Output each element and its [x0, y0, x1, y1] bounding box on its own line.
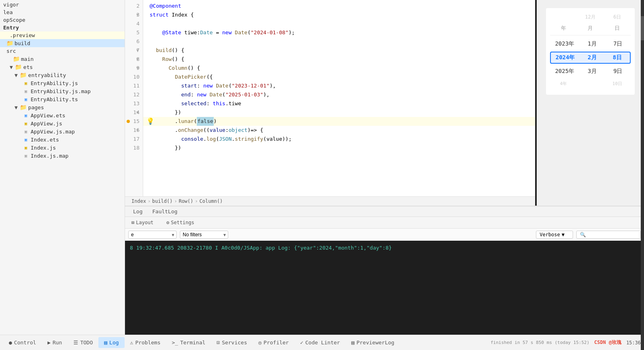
sidebar-item-appview-js[interactable]: ▣ AppView.js — [0, 119, 125, 127]
dp-fade2-year: 4年 — [552, 79, 575, 88]
line-15: 15 — [125, 117, 143, 126]
sidebar-item-ets[interactable]: ▼ 📁 ets — [0, 63, 125, 71]
index-js-label: Index.js — [31, 145, 56, 151]
sidebar-item-entryability-ts[interactable]: ▣ EntryAbility.ts — [0, 95, 125, 103]
log-tab-label: Log — [133, 208, 142, 215]
sidebar-item-entry[interactable]: Entry — [0, 24, 125, 31]
dp-fade2-month — [579, 79, 601, 88]
dp-fade-day: 6日 — [606, 12, 628, 22]
device-select-wrapper: e ▼ — [128, 230, 177, 239]
layout-button[interactable]: ⊞ Layout — [128, 219, 157, 227]
status-tab-codelinter[interactable]: ✓ Code Linter — [294, 337, 346, 348]
status-tab-control[interactable]: ● Control — [3, 337, 42, 348]
status-tab-run[interactable]: ▶ Run — [42, 337, 68, 348]
code-line-18: }) — [143, 144, 535, 152]
filter-select[interactable]: No filters — [180, 231, 228, 239]
codelinter-label: Code Linter — [305, 340, 340, 346]
sidebar-item-preview[interactable]: .preview — [0, 31, 125, 39]
sidebar-item-main[interactable]: 📁 main — [0, 55, 125, 63]
line-10: 10 — [125, 73, 143, 81]
status-tab-problems[interactable]: ⚠ Problems — [125, 337, 166, 348]
entryability-ts-label: EntryAbility.ts — [31, 96, 78, 102]
dp-row-2025: 2025年 3月 9日 — [550, 66, 631, 77]
terminal-label: Terminal — [180, 340, 206, 346]
sidebar-item-pages[interactable]: ▼ 📁 pages — [0, 103, 125, 111]
breadcrumb-row[interactable]: Row() — [179, 198, 193, 204]
sidebar-item-index-map[interactable]: ▣ Index.js.map — [0, 152, 125, 160]
sidebar-item-vigor[interactable]: vigor — [0, 1, 125, 8]
dp-row-2024: 2024年 2月 8日 — [550, 52, 631, 64]
breadcrumb-index[interactable]: Index — [131, 198, 146, 204]
dp-2024-month: 2月 — [581, 52, 603, 63]
status-tab-todo[interactable]: ☰ TODO — [68, 337, 98, 348]
code-line-9: Column() { — [143, 64, 535, 73]
sidebar-item-index-ets[interactable]: ▣ Index.ets — [0, 135, 125, 144]
dp-row-2023: 2023年 1月 7日 — [550, 39, 631, 49]
search-box[interactable]: 🔍 — [576, 231, 641, 239]
file-explorer: vigor lea opScope Entry .preview 📁 build… — [0, 0, 125, 335]
status-tab-profiler[interactable]: ◎ Profiler — [253, 337, 294, 348]
status-tab-terminal[interactable]: >_ Terminal — [166, 337, 211, 348]
appview-ets-label: AppView.ets — [31, 112, 65, 119]
line-5: 5 — [125, 28, 143, 37]
sidebar-item-lea[interactable]: lea — [0, 8, 125, 16]
pages-label: pages — [28, 104, 44, 110]
fold-arrow-14: ▼ — [136, 108, 139, 117]
profiler-label: Profiler — [264, 340, 289, 346]
file-icon-js: ▣ — [23, 80, 29, 86]
sidebar-item-build[interactable]: 📁 build — [0, 39, 125, 47]
code-line-10: DatePicker({ — [143, 73, 535, 81]
breadcrumb: Index › build() › Row() › Column() — [125, 196, 535, 206]
breadcrumb-sep-3: › — [195, 198, 198, 204]
line-2: 2 — [125, 2, 143, 10]
line-7: ▼7 — [125, 46, 143, 55]
search-icon: 🔍 — [580, 232, 586, 237]
line-6: 6 — [125, 37, 143, 46]
sidebar-item-entryability-map[interactable]: ▣ EntryAbility.js.map — [0, 87, 125, 95]
code-line-12: end: new Date("2025-01-03"), — [143, 90, 535, 99]
chevron-down-icon-3: ▼ — [15, 104, 18, 110]
file-map3-icon: ▣ — [23, 152, 29, 159]
settings-button[interactable]: ⚙ Settings — [163, 219, 198, 227]
log-tab[interactable]: Log — [128, 206, 147, 217]
status-bar: ● Control ▶ Run ☰ TODO ▤ Log ⚠ Problems … — [0, 335, 644, 350]
status-tab-previewerlog[interactable]: ▤ PreviewerLog — [346, 337, 400, 348]
sidebar-item-entryability[interactable]: ▼ 📁 entryability — [0, 71, 125, 79]
file-icon-ts: ▣ — [23, 96, 29, 102]
log-fault-tab-bar: Log FaultLog — [125, 206, 644, 217]
dp-2024-day: 8日 — [606, 52, 628, 63]
sidebar-item-appview-ets[interactable]: ▣ AppView.ets — [0, 111, 125, 119]
code-line-13: selected: this.tiwe — [143, 99, 535, 108]
scrollbar-thumb[interactable] — [641, 16, 644, 40]
status-tab-services[interactable]: ⊡ Services — [211, 337, 252, 348]
breadcrumb-column[interactable]: Column() — [200, 198, 223, 204]
code-line-14: }) — [143, 108, 535, 117]
code-line-17: console.log(JSON.stringify(value)); — [143, 135, 535, 144]
breadcrumb-sep-2: › — [174, 198, 177, 204]
device-select[interactable]: e — [128, 231, 177, 239]
file-icon-map: ▣ — [23, 88, 29, 94]
fold-arrow-3: ▼ — [136, 10, 139, 19]
verbose-button[interactable]: Verbose ▼ — [536, 231, 573, 239]
sidebar-item-entryability-js[interactable]: ▣ EntryAbility.js — [0, 79, 125, 87]
code-content[interactable]: @Component struct Index { @State tiwe:Da… — [143, 0, 535, 196]
line-3: ▼3 — [125, 10, 143, 19]
fault-log-tab[interactable]: FaultLog — [147, 206, 182, 217]
main-label: main — [21, 56, 33, 62]
sidebar-item-src[interactable]: src — [0, 47, 125, 55]
services-icon: ⊡ — [217, 340, 220, 346]
debug-dot — [127, 120, 130, 123]
breadcrumb-build[interactable]: build() — [152, 198, 173, 204]
control-icon: ● — [9, 340, 12, 346]
dp-2025-year: 2025年 — [552, 66, 577, 77]
opscope-label: opScope — [3, 17, 25, 23]
line-11: 11 — [125, 81, 143, 90]
line-12: 12 — [125, 90, 143, 99]
search-input[interactable] — [588, 232, 628, 237]
sidebar-item-index-js[interactable]: ▣ Index.js — [0, 144, 125, 152]
sidebar-item-opscope[interactable]: opScope — [0, 16, 125, 24]
status-tab-log[interactable]: ▤ Log — [98, 337, 124, 348]
log-icon: ▤ — [104, 340, 107, 346]
sidebar-item-appview-map[interactable]: ▣ AppView.js.map — [0, 127, 125, 135]
bottom-panel: Log FaultLog ⊞ Layout ⚙ Settings — [125, 206, 644, 335]
